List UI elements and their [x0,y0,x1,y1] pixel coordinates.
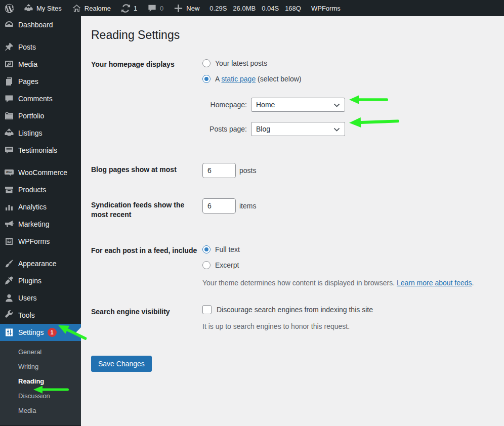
sidebar-item-comments[interactable]: Comments [0,90,81,107]
latest-posts-radio[interactable] [202,59,211,67]
posts-suffix: posts [239,166,256,175]
homepage-displays-row: Your homepage displays Your latest posts… [91,58,494,136]
site-name-menu[interactable]: Realome [67,0,116,16]
sidebar-item-label: Dashboard [18,21,53,29]
home-icon [72,4,81,13]
full-text-radio[interactable] [202,245,211,253]
sidebar-item-products[interactable]: Products [0,181,81,198]
sidebar-item-label: Appearance [18,260,57,268]
submenu-item-writing[interactable]: Writing [0,359,81,374]
full-text-option[interactable]: Full text [202,244,494,255]
sidebar-item-woocommerce[interactable]: Woo WooCommerce [0,164,81,181]
my-sites-menu[interactable]: My Sites [19,0,67,16]
sidebar-item-appearance[interactable]: Appearance [0,255,81,272]
sidebar-item-label: Plugins [18,277,41,285]
update-icon [121,4,131,13]
submenu-item-media[interactable]: Media [0,403,81,418]
portfolio-folder-icon [4,111,14,121]
sidebar-item-settings[interactable]: Settings 1 [0,324,81,341]
excerpt-radio[interactable] [202,261,211,269]
static-page-prefix: A [215,75,221,83]
new-content-menu[interactable]: New [169,0,204,16]
sidebar-item-tools[interactable]: Tools [0,307,81,324]
sidebar-item-testimonials[interactable]: Testimonials [0,142,81,159]
sidebar-item-media[interactable]: Media [0,56,81,73]
updates-menu[interactable]: 1 [116,0,142,16]
excerpt-option-label: Excerpt [215,261,239,269]
sidebar-item-label: WooCommerce [18,168,67,177]
sidebar-item-label: Marketing [18,220,49,228]
megaphone-icon [4,219,14,229]
items-suffix: items [239,202,256,210]
products-box-icon [4,185,14,195]
wpforms-admin-bar-label: WPForms [311,5,341,12]
feed-description-text: Your theme determines how content is dis… [202,279,397,287]
sidebar-item-label: Posts [18,43,36,51]
sidebar-item-dashboard[interactable]: Dashboard [0,16,81,33]
settings-submenu: General Writing Reading Discussion Media [0,341,81,425]
static-page-link[interactable]: static page [221,75,256,83]
new-label: New [186,5,199,12]
comments-icon [4,94,14,104]
plugin-icon [4,276,14,286]
save-changes-button[interactable]: Save Changes [91,356,152,372]
excerpt-option[interactable]: Excerpt [202,260,494,271]
perf-query-count: 168Q [285,5,301,12]
posts-page-select[interactable]: Blog [251,122,345,136]
homepage-displays-label: Your homepage displays [91,58,202,70]
feed-include-label: For each post in a feed, include [91,244,202,256]
site-name-label: Realome [85,5,111,12]
search-visibility-description: It is up to search engines to honor this… [202,321,494,332]
discourage-indexing-option[interactable]: Discourage search engines from indexing … [202,305,494,314]
blog-pages-row: Blog pages show at most posts [91,163,494,178]
latest-posts-option[interactable]: Your latest posts [202,58,494,69]
blog-pages-label: Blog pages show at most [91,163,202,175]
search-visibility-row: Search engine visibility Discourage sear… [91,305,494,332]
static-page-option-label: A static page (select below) [215,75,301,83]
full-text-option-label: Full text [215,245,240,253]
sidebar-item-label: Comments [18,95,53,103]
menu-separator [0,159,81,164]
sidebar-item-wpforms[interactable]: WPForms [0,233,81,250]
syndication-label: Syndication feeds show the most recent [91,198,202,220]
submenu-item-reading[interactable]: Reading [0,374,81,389]
sidebar-item-analytics[interactable]: Analytics [0,198,81,216]
homepage-select-label: Homepage: [202,101,247,109]
comment-count: 0 [160,5,163,12]
submenu-item-general[interactable]: General [0,345,81,359]
wpforms-admin-bar-menu[interactable]: WPForms [306,0,346,16]
sidebar-item-plugins[interactable]: Plugins [0,272,81,289]
settings-update-badge: 1 [48,328,57,337]
my-sites-icon [24,4,33,13]
submenu-item-discussion[interactable]: Discussion [0,389,81,403]
sidebar-item-users[interactable]: Users [0,289,81,307]
performance-stats[interactable]: 0.29S 26.0MB 0.04S 168Q [204,5,306,12]
search-visibility-label: Search engine visibility [91,305,202,317]
wrench-icon [4,310,14,320]
feed-description-period: . [472,279,474,287]
save-row: Save Changes [91,356,494,372]
svg-text:Woo: Woo [6,171,13,174]
sidebar-item-portfolio[interactable]: Portfolio [0,107,81,124]
sidebar-item-pages[interactable]: Pages [0,73,81,90]
feed-items-input[interactable] [202,198,236,214]
discourage-indexing-checkbox[interactable] [202,305,212,314]
sidebar-item-listings[interactable]: Listings [0,124,81,142]
comments-menu[interactable]: 0 [142,0,169,16]
sidebar-item-label: Portfolio [18,112,44,120]
sidebar-item-posts[interactable]: Posts [0,38,81,56]
sidebar-item-label: Users [18,294,37,302]
static-page-radio[interactable] [202,75,211,83]
static-page-suffix: (select below) [256,75,301,83]
static-page-option[interactable]: A static page (select below) [202,73,494,84]
homepage-select[interactable]: Home [251,98,345,112]
menu-separator [0,33,81,38]
posts-page-select-label: Posts page: [202,125,247,133]
learn-more-feeds-link[interactable]: Learn more about feeds [397,279,472,287]
feed-include-description: Your theme determines how content is dis… [202,278,494,288]
posts-per-page-input[interactable] [202,163,236,178]
sidebar-item-marketing[interactable]: Marketing [0,216,81,233]
wordpress-logo-menu[interactable] [0,0,19,16]
perf-memory: 26.0MB [233,5,256,12]
discourage-indexing-label: Discourage search engines from indexing … [217,306,373,314]
